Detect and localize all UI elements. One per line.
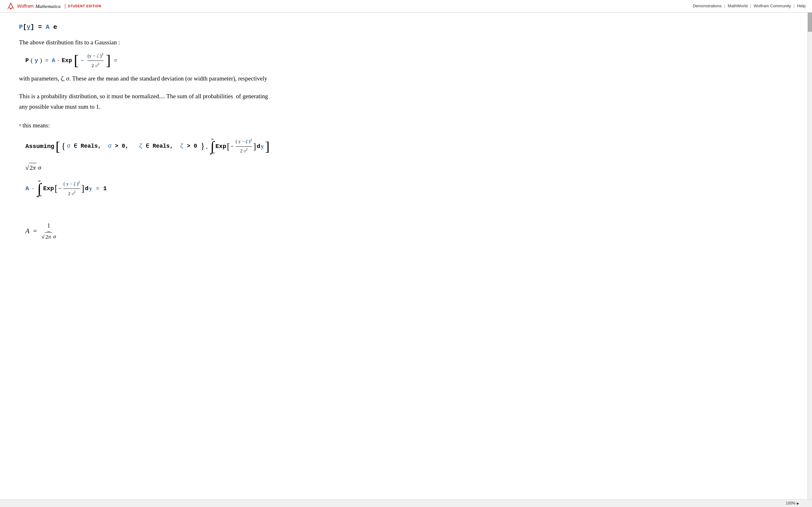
nav-links: Demonstrations | MathWorld | Wolfram Com… [693, 3, 806, 9]
gaussian-intro: The above distribution fits to a Gaussia… [19, 38, 425, 48]
assuming-left-bracket: [ [55, 141, 60, 152]
normalization-block: This is a probability distribution, so i… [19, 91, 425, 112]
top-formula: P[y] = A e [19, 22, 425, 32]
wolfram-icon [6, 2, 15, 11]
gaussian-fraction: (y − ζ )2 2 σ2 [88, 51, 103, 70]
main-content: P[y] = A e The above distribution fits t… [0, 13, 444, 264]
mathematica-text: Mathematica [36, 3, 61, 10]
assuming-block: Assuming [ { σ ∈ Reals, σ > 0, ζ ∈ Reals… [26, 136, 425, 156]
a-result-line: A = 1 √ 2π σ [26, 221, 425, 241]
assuming-right-bracket: ] [265, 141, 270, 152]
collapse-arrow-icon[interactable]: ▾ [19, 122, 21, 129]
sqrt-result-line: √ 2π σ [26, 163, 425, 173]
this-means-header: ▾ this means: [19, 121, 425, 130]
norm-fraction: ( y − ζ )2 2 σ2 [63, 179, 80, 198]
integral-fraction: ( y − ζ )2 2 σ2 [236, 137, 252, 156]
exp-keyword-2: Exp [43, 184, 54, 193]
integral-expression: ∞ ∫ −∞ Exp [ − ( y − ζ )2 2 σ2 [209, 136, 264, 156]
normalization-text: This is a probability distribution, so i… [19, 91, 425, 112]
nav-community[interactable]: Wolfram Community [754, 3, 791, 9]
nav-sep-3: | [794, 3, 795, 9]
logo-area: Wolfram Mathematica STUDENT EDITION [6, 2, 101, 11]
scrollbar-thumb[interactable] [808, 13, 812, 32]
wolfram-logo: Wolfram Mathematica [6, 2, 61, 11]
this-means-label: this means: [22, 121, 50, 130]
nav-sep-1: | [724, 3, 725, 9]
scrollbar[interactable] [808, 13, 812, 264]
parameters-text: with parameters, ζ, σ. These are the mea… [19, 73, 425, 83]
gaussian-formula: P ( y ) = A · Exp [ − (y − ζ )2 2 σ2 ] = [26, 51, 425, 70]
student-edition-label: STUDENT EDITION [65, 4, 101, 9]
normalization-eq-line: A · ∞ ∫ −∞ Exp [ − ( y − ζ )2 2 [26, 178, 425, 199]
nav-sep-2: | [750, 3, 751, 9]
sqrt-2pi: √ 2π [26, 163, 37, 173]
nav-help[interactable]: Help [797, 3, 806, 9]
exp-keyword: Exp [215, 142, 226, 151]
assuming-keyword: Assuming [26, 142, 54, 151]
assuming-set: { σ ∈ Reals, σ > 0, ζ ∈ Reals, ζ > 0 } [61, 139, 205, 153]
assuming-comma: , [206, 142, 207, 151]
header: Wolfram Mathematica STUDENT EDITION Demo… [0, 0, 812, 13]
nav-demonstrations[interactable]: Demonstrations [693, 3, 722, 9]
nav-mathworld[interactable]: MathWorld [728, 3, 748, 9]
wolfram-text: Wolfram [17, 3, 34, 9]
norm-integral-group: ∞ ∫ −∞ Exp [ − ( y − ζ )2 2 σ2 [37, 178, 92, 199]
a-fraction: 1 √ 2π σ [42, 221, 56, 241]
